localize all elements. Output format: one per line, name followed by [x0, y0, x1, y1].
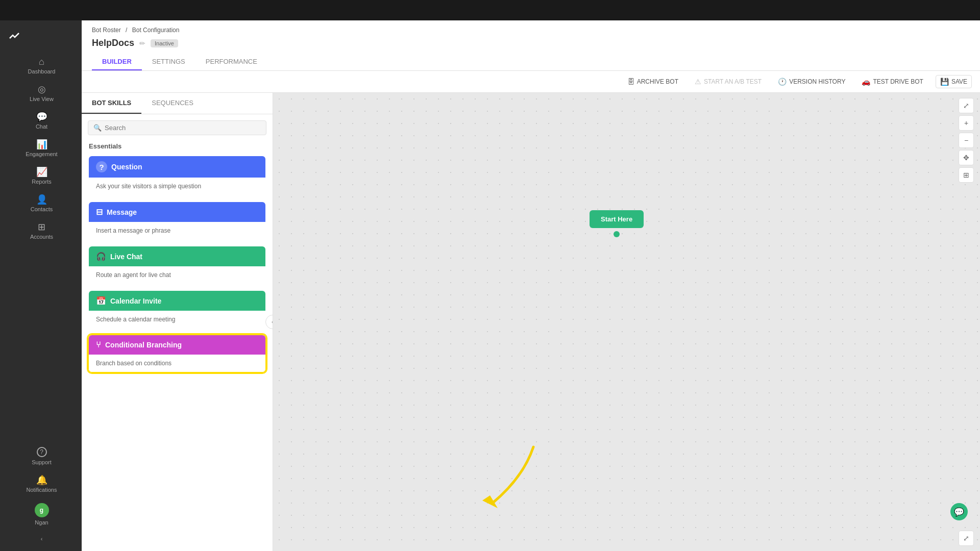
skill-branching-header: ⑂ Conditional Branching: [89, 335, 265, 355]
archive-bot-button[interactable]: 🗄 ARCHIVE BOT: [623, 76, 682, 88]
app-container: ⌂ Dashboard ◎ Live View 💬 Chat 📊 Engagem…: [0, 20, 980, 551]
skill-message-body: Insert a message or phrase: [89, 222, 265, 239]
skill-branching-body: Branch based on conditions: [89, 355, 265, 372]
sidebar-label-user: Ngan: [35, 519, 48, 525]
accounts-icon: ⊞: [38, 222, 45, 232]
edit-icon[interactable]: ✏: [139, 39, 145, 47]
tab-settings[interactable]: SETTINGS: [142, 54, 195, 70]
sidebar-item-live-view[interactable]: ◎ Live View: [0, 80, 82, 107]
sidebar-label-chat: Chat: [36, 123, 47, 130]
tab-bot-skills[interactable]: BOT SKILLS: [82, 93, 141, 114]
breadcrumb: Bot Roster / Bot Configuration: [92, 27, 970, 34]
skill-question-title: Question: [111, 163, 142, 171]
canvas-controls: ⤢ + − ✥ ⊞: [959, 98, 974, 183]
ab-test-label: START AN A/B TEST: [704, 78, 762, 85]
sidebar-item-notifications[interactable]: 🔔 Notifications: [0, 470, 82, 498]
fullscreen-bottom-button[interactable]: ⤢: [959, 531, 974, 546]
sidebar-label-engagement: Engagement: [26, 151, 57, 157]
skill-livechat-title: Live Chat: [110, 253, 142, 261]
sidebar-item-engagement[interactable]: 📊 Engagement: [0, 135, 82, 162]
tab-builder[interactable]: BUILDER: [92, 54, 142, 70]
skill-calendar-title: Calendar Invite: [110, 297, 161, 305]
avatar: g: [35, 503, 49, 517]
sidebar-label-reports: Reports: [32, 179, 52, 185]
canvas-area[interactable]: Start Here ⤢ + − ✥ ⊞: [273, 93, 980, 551]
tab-sequences[interactable]: SEQUENCES: [141, 93, 204, 114]
skill-branching-desc: Branch based on conditions: [96, 360, 172, 367]
chat-bubble-button[interactable]: 💬: [950, 503, 968, 520]
test-drive-button[interactable]: 🚗 TEST DRIVE BOT: [857, 76, 927, 88]
sidebar-label-notifications: Notifications: [27, 487, 57, 493]
sidebar-item-contacts[interactable]: 👤 Contacts: [0, 190, 82, 217]
breadcrumb-current: Bot Configuration: [132, 27, 180, 34]
sidebar-collapse-btn[interactable]: ‹: [0, 531, 82, 547]
sidebar-item-accounts[interactable]: ⊞ Accounts: [0, 217, 82, 245]
notifications-icon: 🔔: [36, 475, 47, 485]
message-icon: ⊟: [96, 207, 103, 217]
main-content: Bot Roster / Bot Configuration HelpDocs …: [82, 20, 980, 551]
skills-content: 🔍 Essentials ? Question Ask your site vi…: [82, 114, 273, 551]
toolbar: 🗄 ARCHIVE BOT ⚠ START AN A/B TEST 🕐 VERS…: [82, 71, 980, 93]
skill-question-desc: Ask your site visitors a simple question: [96, 183, 201, 190]
skill-card-message[interactable]: ⊟ Message Insert a message or phrase: [88, 201, 266, 240]
ab-test-icon: ⚠: [695, 78, 701, 86]
skill-livechat-body: Route an agent for live chat: [89, 266, 265, 284]
save-label: SAVE: [951, 78, 967, 85]
skill-calendar-body: Schedule a calendar meeting: [89, 311, 265, 328]
grid-tool-button[interactable]: ⊞: [959, 167, 974, 183]
status-badge: Inactive: [151, 39, 178, 47]
skill-message-header: ⊟ Message: [89, 202, 265, 222]
skill-message-desc: Insert a message or phrase: [96, 227, 170, 234]
version-history-label: VERSION HISTORY: [789, 78, 845, 85]
ab-test-button[interactable]: ⚠ START AN A/B TEST: [691, 76, 766, 88]
tab-performance[interactable]: PERFORMANCE: [195, 54, 267, 70]
save-icon: 💾: [940, 78, 949, 86]
breadcrumb-separator: /: [126, 27, 127, 34]
sidebar-item-support[interactable]: ? Support: [0, 442, 82, 470]
question-icon: ?: [96, 161, 107, 172]
sidebar-item-reports[interactable]: 📈 Reports: [0, 162, 82, 190]
page-header: Bot Roster / Bot Configuration HelpDocs …: [82, 20, 980, 71]
sidebar-logo: [0, 24, 82, 52]
page-title: HelpDocs: [92, 38, 134, 48]
skill-card-calendar[interactable]: 📅 Calendar Invite Schedule a calendar me…: [88, 290, 266, 329]
sidebar: ⌂ Dashboard ◎ Live View 💬 Chat 📊 Engagem…: [0, 20, 82, 551]
skill-message-title: Message: [107, 208, 137, 216]
skill-card-branching[interactable]: ⑂ Conditional Branching Branch based on …: [88, 334, 266, 373]
skill-card-live-chat[interactable]: 🎧 Live Chat Route an agent for live chat: [88, 245, 266, 285]
skills-tabs: BOT SKILLS SEQUENCES: [82, 93, 273, 114]
sidebar-item-chat[interactable]: 💬 Chat: [0, 107, 82, 135]
test-drive-icon: 🚗: [862, 78, 870, 86]
skill-card-question[interactable]: ? Question Ask your site visitors a simp…: [88, 155, 266, 196]
skill-livechat-header: 🎧 Live Chat: [89, 246, 265, 266]
avatar-initial: g: [40, 507, 43, 514]
start-here-node: Start Here: [590, 210, 644, 237]
page-title-row: HelpDocs ✏ Inactive: [92, 38, 970, 48]
test-drive-label: TEST DRIVE BOT: [873, 78, 923, 85]
top-bar: [0, 0, 980, 20]
engagement-icon: 📊: [36, 140, 47, 149]
version-history-icon: 🕐: [778, 78, 787, 86]
live-chat-icon: 🎧: [96, 252, 106, 261]
search-input[interactable]: [105, 124, 261, 132]
zoom-out-button[interactable]: −: [959, 133, 974, 148]
start-here-button[interactable]: Start Here: [590, 210, 644, 228]
sidebar-label-accounts: Accounts: [30, 234, 53, 240]
sidebar-bottom: ? Support 🔔 Notifications g Ngan ‹: [0, 442, 82, 547]
arrow-annotation: [452, 437, 544, 520]
zoom-in-button[interactable]: +: [959, 115, 974, 131]
move-tool-button[interactable]: ✥: [959, 150, 974, 165]
sidebar-item-user[interactable]: g Ngan: [0, 498, 82, 531]
contacts-icon: 👤: [36, 195, 47, 204]
search-box[interactable]: 🔍: [88, 120, 266, 135]
calendar-icon: 📅: [96, 296, 106, 306]
support-icon: ?: [37, 447, 47, 457]
save-button[interactable]: 💾 SAVE: [936, 75, 972, 88]
sidebar-item-dashboard[interactable]: ⌂ Dashboard: [0, 52, 82, 80]
version-history-button[interactable]: 🕐 VERSION HISTORY: [774, 76, 849, 88]
fullscreen-button[interactable]: ⤢: [959, 98, 974, 113]
archive-icon: 🗄: [627, 78, 634, 86]
breadcrumb-parent[interactable]: Bot Roster: [92, 27, 121, 34]
skill-calendar-desc: Schedule a calendar meeting: [96, 316, 175, 323]
reports-icon: 📈: [36, 167, 47, 177]
